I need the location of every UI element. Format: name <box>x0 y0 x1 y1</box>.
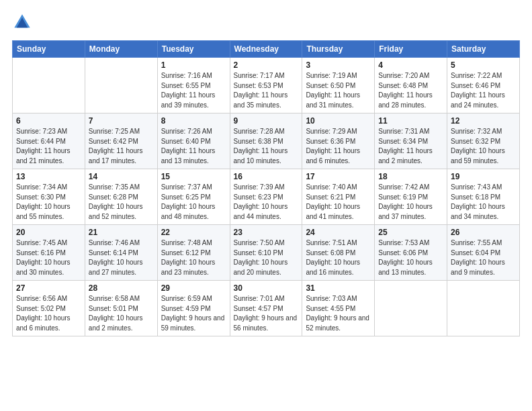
cell-day-number: 11 <box>378 116 443 126</box>
cell-day-number: 17 <box>306 172 371 181</box>
weekday-header-thursday: Thursday <box>302 41 375 58</box>
calendar-cell: 21Sunrise: 7:46 AMSunset: 6:14 PMDayligh… <box>85 225 157 281</box>
weekday-header-wednesday: Wednesday <box>230 41 302 58</box>
weekday-header-row: SundayMondayTuesdayWednesdayThursdayFrid… <box>13 41 520 58</box>
cell-day-number: 14 <box>89 172 154 181</box>
page: SundayMondayTuesdayWednesdayThursdayFrid… <box>0 0 532 411</box>
cell-day-number: 30 <box>234 283 299 293</box>
cell-info: Sunrise: 7:28 AMSunset: 6:38 PMDaylight:… <box>234 127 299 166</box>
cell-day-number: 12 <box>451 116 516 126</box>
cell-info: Sunrise: 7:26 AMSunset: 6:40 PMDaylight:… <box>161 127 226 166</box>
week-row-4: 20Sunrise: 7:45 AMSunset: 6:16 PMDayligh… <box>13 225 520 281</box>
calendar-cell: 23Sunrise: 7:50 AMSunset: 6:10 PMDayligh… <box>230 225 302 281</box>
cell-info: Sunrise: 7:32 AMSunset: 6:32 PMDaylight:… <box>451 127 516 166</box>
weekday-header-monday: Monday <box>85 41 157 58</box>
cell-info: Sunrise: 7:34 AMSunset: 6:30 PMDaylight:… <box>16 183 81 222</box>
cell-info: Sunrise: 7:43 AMSunset: 6:18 PMDaylight:… <box>451 183 516 222</box>
cell-info: Sunrise: 7:16 AMSunset: 6:55 PMDaylight:… <box>161 71 226 110</box>
cell-day-number: 4 <box>378 60 443 70</box>
calendar-cell: 3Sunrise: 7:19 AMSunset: 6:50 PMDaylight… <box>302 58 375 113</box>
cell-day-number: 13 <box>16 172 81 181</box>
cell-day-number: 25 <box>378 228 443 237</box>
calendar-cell: 8Sunrise: 7:26 AMSunset: 6:40 PMDaylight… <box>157 113 230 169</box>
calendar-cell: 17Sunrise: 7:40 AMSunset: 6:21 PMDayligh… <box>302 169 375 225</box>
cell-info: Sunrise: 7:29 AMSunset: 6:36 PMDaylight:… <box>306 127 371 166</box>
calendar-cell: 19Sunrise: 7:43 AMSunset: 6:18 PMDayligh… <box>447 169 520 225</box>
weekday-header-tuesday: Tuesday <box>157 41 230 58</box>
weekday-header-friday: Friday <box>375 41 447 58</box>
calendar-cell: 11Sunrise: 7:31 AMSunset: 6:34 PMDayligh… <box>375 113 447 169</box>
cell-info: Sunrise: 7:20 AMSunset: 6:48 PMDaylight:… <box>378 71 443 110</box>
cell-info: Sunrise: 6:59 AMSunset: 4:59 PMDaylight:… <box>161 294 226 333</box>
cell-day-number: 8 <box>161 116 226 126</box>
calendar-cell: 13Sunrise: 7:34 AMSunset: 6:30 PMDayligh… <box>13 169 85 225</box>
calendar-cell: 7Sunrise: 7:25 AMSunset: 6:42 PMDaylight… <box>85 113 157 169</box>
cell-day-number: 3 <box>306 60 371 70</box>
calendar-cell: 24Sunrise: 7:51 AMSunset: 6:08 PMDayligh… <box>302 225 375 281</box>
logo <box>12 12 34 32</box>
calendar-cell <box>13 58 85 113</box>
cell-day-number: 26 <box>451 228 516 237</box>
calendar-cell: 16Sunrise: 7:39 AMSunset: 6:23 PMDayligh… <box>230 169 302 225</box>
calendar-cell: 10Sunrise: 7:29 AMSunset: 6:36 PMDayligh… <box>302 113 375 169</box>
calendar-cell: 29Sunrise: 6:59 AMSunset: 4:59 PMDayligh… <box>157 281 230 336</box>
cell-day-number: 7 <box>89 116 154 126</box>
cell-day-number: 2 <box>234 60 299 70</box>
cell-day-number: 19 <box>451 172 516 181</box>
calendar-cell <box>85 58 157 113</box>
calendar-cell: 22Sunrise: 7:48 AMSunset: 6:12 PMDayligh… <box>157 225 230 281</box>
cell-info: Sunrise: 7:51 AMSunset: 6:08 PMDaylight:… <box>306 238 371 277</box>
calendar-cell: 2Sunrise: 7:17 AMSunset: 6:53 PMDaylight… <box>230 58 302 113</box>
cell-info: Sunrise: 7:03 AMSunset: 4:55 PMDaylight:… <box>306 294 371 333</box>
cell-day-number: 5 <box>451 60 516 70</box>
calendar-cell: 27Sunrise: 6:56 AMSunset: 5:02 PMDayligh… <box>13 281 85 336</box>
week-row-1: 1Sunrise: 7:16 AMSunset: 6:55 PMDaylight… <box>13 58 520 113</box>
calendar-cell: 4Sunrise: 7:20 AMSunset: 6:48 PMDaylight… <box>375 58 447 113</box>
cell-info: Sunrise: 7:45 AMSunset: 6:16 PMDaylight:… <box>16 238 81 277</box>
cell-day-number: 23 <box>234 228 299 237</box>
logo-icon <box>12 12 32 32</box>
calendar-cell: 28Sunrise: 6:58 AMSunset: 5:01 PMDayligh… <box>85 281 157 336</box>
week-row-5: 27Sunrise: 6:56 AMSunset: 5:02 PMDayligh… <box>13 281 520 336</box>
cell-day-number: 1 <box>161 60 226 70</box>
calendar-cell: 14Sunrise: 7:35 AMSunset: 6:28 PMDayligh… <box>85 169 157 225</box>
cell-day-number: 18 <box>378 172 443 181</box>
calendar-cell: 6Sunrise: 7:23 AMSunset: 6:44 PMDaylight… <box>13 113 85 169</box>
calendar-cell: 9Sunrise: 7:28 AMSunset: 6:38 PMDaylight… <box>230 113 302 169</box>
weekday-header-sunday: Sunday <box>13 41 85 58</box>
cell-info: Sunrise: 7:19 AMSunset: 6:50 PMDaylight:… <box>306 71 371 110</box>
cell-info: Sunrise: 7:40 AMSunset: 6:21 PMDaylight:… <box>306 183 371 222</box>
cell-day-number: 15 <box>161 172 226 181</box>
cell-day-number: 20 <box>16 228 81 237</box>
cell-day-number: 10 <box>306 116 371 126</box>
cell-info: Sunrise: 7:37 AMSunset: 6:25 PMDaylight:… <box>161 183 226 222</box>
header <box>12 12 520 32</box>
calendar-cell: 26Sunrise: 7:55 AMSunset: 6:04 PMDayligh… <box>447 225 520 281</box>
calendar-cell: 12Sunrise: 7:32 AMSunset: 6:32 PMDayligh… <box>447 113 520 169</box>
calendar-cell: 15Sunrise: 7:37 AMSunset: 6:25 PMDayligh… <box>157 169 230 225</box>
cell-info: Sunrise: 7:31 AMSunset: 6:34 PMDaylight:… <box>378 127 443 166</box>
cell-day-number: 16 <box>234 172 299 181</box>
cell-day-number: 27 <box>16 283 81 293</box>
calendar-cell: 20Sunrise: 7:45 AMSunset: 6:16 PMDayligh… <box>13 225 85 281</box>
weekday-header-saturday: Saturday <box>447 41 520 58</box>
cell-info: Sunrise: 7:39 AMSunset: 6:23 PMDaylight:… <box>234 183 299 222</box>
cell-day-number: 29 <box>161 283 226 293</box>
calendar: SundayMondayTuesdayWednesdayThursdayFrid… <box>12 40 520 336</box>
calendar-cell: 25Sunrise: 7:53 AMSunset: 6:06 PMDayligh… <box>375 225 447 281</box>
cell-info: Sunrise: 7:48 AMSunset: 6:12 PMDaylight:… <box>161 238 226 277</box>
cell-day-number: 6 <box>16 116 81 126</box>
cell-day-number: 24 <box>306 228 371 237</box>
cell-info: Sunrise: 7:46 AMSunset: 6:14 PMDaylight:… <box>89 238 154 277</box>
calendar-cell: 31Sunrise: 7:03 AMSunset: 4:55 PMDayligh… <box>302 281 375 336</box>
calendar-cell: 5Sunrise: 7:22 AMSunset: 6:46 PMDaylight… <box>447 58 520 113</box>
calendar-cell <box>447 281 520 336</box>
cell-info: Sunrise: 7:22 AMSunset: 6:46 PMDaylight:… <box>451 71 516 110</box>
cell-info: Sunrise: 7:17 AMSunset: 6:53 PMDaylight:… <box>234 71 299 110</box>
calendar-cell <box>375 281 447 336</box>
cell-info: Sunrise: 7:55 AMSunset: 6:04 PMDaylight:… <box>451 238 516 277</box>
week-row-3: 13Sunrise: 7:34 AMSunset: 6:30 PMDayligh… <box>13 169 520 225</box>
cell-day-number: 9 <box>234 116 299 126</box>
cell-info: Sunrise: 7:53 AMSunset: 6:06 PMDaylight:… <box>378 238 443 277</box>
calendar-cell: 1Sunrise: 7:16 AMSunset: 6:55 PMDaylight… <box>157 58 230 113</box>
